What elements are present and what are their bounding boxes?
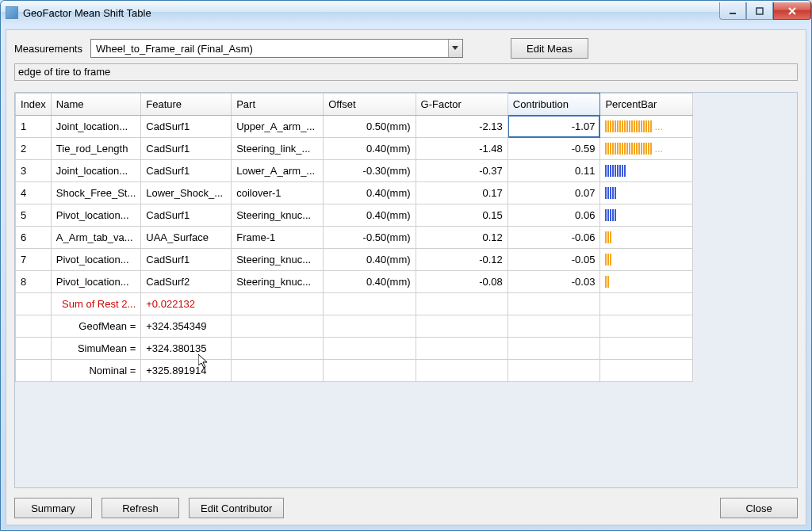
cell-gfactor[interactable]: -0.12 xyxy=(416,249,508,271)
cell-part[interactable]: Lower_A_arm_... xyxy=(232,160,324,182)
cell-index[interactable]: 2 xyxy=(16,138,52,160)
cell-offset[interactable]: 0.40(mm) xyxy=(324,138,416,160)
cell-contribution[interactable]: -0.59 xyxy=(508,138,600,160)
cell-feature[interactable]: Lower_Shock_... xyxy=(141,182,232,204)
cell-empty xyxy=(600,293,693,315)
cell-name[interactable]: Shock_Free_St... xyxy=(51,182,140,204)
cell-index[interactable]: 6 xyxy=(16,227,52,249)
minimize-button[interactable] xyxy=(719,2,746,20)
table-row[interactable]: 6A_Arm_tab_va...UAA_SurfaceFrame-1-0.50(… xyxy=(16,227,693,249)
close-button[interactable]: Close xyxy=(720,498,798,518)
cell-index[interactable]: 5 xyxy=(16,204,52,227)
summary-label: Sum of Rest 2... xyxy=(51,293,140,315)
app-window: GeoFactor Mean Shift Table Measurements … xyxy=(0,0,812,531)
cell-offset[interactable]: 0.40(mm) xyxy=(324,182,416,204)
col-offset[interactable]: Offset xyxy=(324,94,416,116)
table-row[interactable]: 4Shock_Free_St...Lower_Shock_...coilover… xyxy=(16,182,693,204)
cell-index[interactable]: 3 xyxy=(16,160,52,182)
cell-percentbar[interactable] xyxy=(600,204,693,227)
cell-offset[interactable]: 0.40(mm) xyxy=(324,204,416,227)
cell-gfactor[interactable]: 0.15 xyxy=(416,204,508,227)
window-title: GeoFactor Mean Shift Table xyxy=(23,7,719,19)
table-row[interactable]: 2Tie_rod_LengthCadSurf1Steering_link_...… xyxy=(16,138,693,160)
cell-contribution[interactable]: -0.05 xyxy=(508,249,600,271)
cell-contribution[interactable]: -1.07 xyxy=(508,116,600,138)
measurements-combo[interactable]: Wheel_to_Frame_rail (Final_Asm) xyxy=(90,39,463,58)
cell-part[interactable]: Steering_knuc... xyxy=(232,249,324,271)
cell-part[interactable]: Steering_knuc... xyxy=(232,204,324,227)
cell-index[interactable]: 7 xyxy=(16,249,52,271)
cell-name[interactable]: Pivot_location... xyxy=(51,271,140,293)
cell-name[interactable]: Pivot_location... xyxy=(51,204,140,227)
col-contribution[interactable]: Contribution xyxy=(508,94,600,116)
cell-name[interactable]: Joint_location... xyxy=(51,116,140,138)
cell-feature[interactable]: CadSurf1 xyxy=(141,116,232,138)
cell-name[interactable]: Tie_rod_Length xyxy=(51,138,140,160)
cell-index[interactable]: 8 xyxy=(16,271,52,293)
summary-button[interactable]: Summary xyxy=(14,498,92,518)
summary-value: +324.380135 xyxy=(141,338,232,360)
cell-gfactor[interactable]: -0.37 xyxy=(416,160,508,182)
cell-percentbar[interactable]: ... xyxy=(600,138,693,160)
col-index[interactable]: Index xyxy=(16,94,52,116)
refresh-button[interactable]: Refresh xyxy=(102,498,179,518)
cell-percentbar[interactable]: ... xyxy=(600,116,693,138)
cell-contribution[interactable]: -0.03 xyxy=(508,271,600,293)
cell-gfactor[interactable]: -0.08 xyxy=(416,271,508,293)
col-feature[interactable]: Feature xyxy=(141,94,232,116)
cell-contribution[interactable]: 0.07 xyxy=(508,182,600,204)
col-gfactor[interactable]: G-Factor xyxy=(416,94,508,116)
table-row[interactable]: 1Joint_location...CadSurf1Upper_A_arm_..… xyxy=(16,116,693,138)
table-row[interactable]: 3Joint_location...CadSurf1Lower_A_arm_..… xyxy=(16,160,693,182)
cell-percentbar[interactable] xyxy=(600,182,693,204)
table-row[interactable]: 7Pivot_location...CadSurf1Steering_knuc.… xyxy=(16,249,693,271)
cell-gfactor[interactable]: -1.48 xyxy=(416,138,508,160)
close-window-button[interactable] xyxy=(773,2,811,20)
cell-empty xyxy=(416,293,508,315)
cell-percentbar[interactable] xyxy=(600,160,693,182)
cell-gfactor[interactable]: 0.12 xyxy=(416,227,508,249)
table-row[interactable]: 8Pivot_location...CadSurf2Steering_knuc.… xyxy=(16,271,693,293)
cell-gfactor[interactable]: 0.17 xyxy=(416,182,508,204)
cell-feature[interactable]: UAA_Surface xyxy=(141,227,232,249)
cell-offset[interactable]: 0.40(mm) xyxy=(324,271,416,293)
cell-part[interactable]: coilover-1 xyxy=(232,182,324,204)
table-row[interactable]: 5Pivot_location...CadSurf1Steering_knuc.… xyxy=(16,204,693,227)
cell-feature[interactable]: CadSurf1 xyxy=(141,204,232,227)
cell-part[interactable]: Steering_link_... xyxy=(232,138,324,160)
cell-contribution[interactable]: 0.06 xyxy=(508,204,600,227)
cell-feature[interactable]: CadSurf2 xyxy=(141,271,232,293)
cell-percentbar[interactable] xyxy=(600,249,693,271)
col-name[interactable]: Name xyxy=(51,94,140,116)
cell-offset[interactable]: 0.40(mm) xyxy=(324,249,416,271)
cell-feature[interactable]: CadSurf1 xyxy=(141,249,232,271)
cell-part[interactable]: Frame-1 xyxy=(232,227,324,249)
cell-offset[interactable]: -0.50(mm) xyxy=(324,227,416,249)
cell-name[interactable]: A_Arm_tab_va... xyxy=(51,227,140,249)
cell-empty xyxy=(508,360,600,382)
edit-contributor-button[interactable]: Edit Contributor xyxy=(189,498,284,518)
cell-offset[interactable]: -0.30(mm) xyxy=(324,160,416,182)
cell-name[interactable]: Pivot_location... xyxy=(51,249,140,271)
cell-feature[interactable]: CadSurf1 xyxy=(141,160,232,182)
cell-part[interactable]: Upper_A_arm_... xyxy=(232,116,324,138)
cell-percentbar[interactable] xyxy=(600,227,693,249)
edit-meas-button[interactable]: Edit Meas xyxy=(511,38,588,59)
cell-percentbar[interactable] xyxy=(600,271,693,293)
cell-index[interactable]: 1 xyxy=(16,116,52,138)
col-part[interactable]: Part xyxy=(232,94,324,116)
titlebar[interactable]: GeoFactor Mean Shift Table xyxy=(1,1,811,25)
description-bar[interactable]: edge of tire to frame xyxy=(14,63,798,81)
cell-part[interactable]: Steering_knuc... xyxy=(232,271,324,293)
cell-feature[interactable]: CadSurf1 xyxy=(141,138,232,160)
cell-contribution[interactable]: -0.06 xyxy=(508,227,600,249)
cell-contribution[interactable]: 0.11 xyxy=(508,160,600,182)
cell-name[interactable]: Joint_location... xyxy=(51,160,140,182)
col-percentbar[interactable]: PercentBar xyxy=(600,94,693,116)
summary-row: GeofMean =+324.354349 xyxy=(16,315,693,338)
cell-gfactor[interactable]: -2.13 xyxy=(416,116,508,138)
cell-offset[interactable]: 0.50(mm) xyxy=(324,116,416,138)
cell-index[interactable]: 4 xyxy=(16,182,52,204)
maximize-button[interactable] xyxy=(746,2,773,20)
chevron-down-icon[interactable] xyxy=(448,40,462,57)
